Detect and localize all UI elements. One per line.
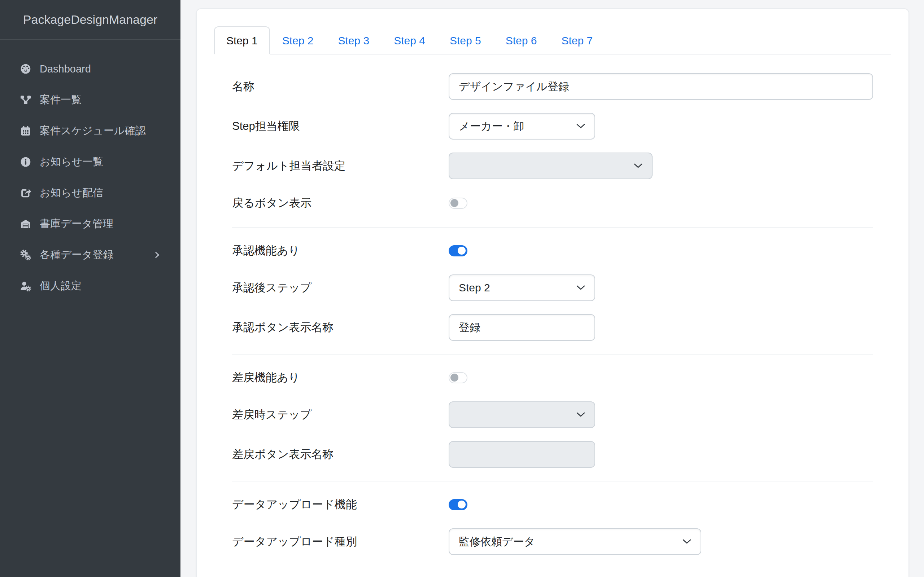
form-row-name: 名称 bbox=[232, 73, 873, 100]
sidebar-item-label: 各種データ登録 bbox=[40, 248, 113, 262]
chevron-right-icon bbox=[152, 250, 162, 259]
sidebar-item-label: 案件一覧 bbox=[40, 93, 82, 107]
default-assignee-label: デフォルト担当者設定 bbox=[232, 158, 449, 174]
default-assignee-select[interactable] bbox=[449, 153, 653, 179]
sidebar-item-dashboard[interactable]: Dashboard bbox=[0, 53, 181, 84]
step-tabs: Step 1 Step 2 Step 3 Step 4 Step 5 Step … bbox=[214, 26, 891, 55]
step-settings-card: Step 1 Step 2 Step 3 Step 4 Step 5 Step … bbox=[196, 8, 909, 577]
approval-next-step-value: Step 2 bbox=[459, 282, 490, 294]
chevron-down-icon bbox=[633, 163, 643, 169]
back-button-toggle[interactable] bbox=[449, 198, 467, 209]
tab-step-1[interactable]: Step 1 bbox=[214, 26, 270, 55]
form-row-remand-step: 差戻時ステップ bbox=[232, 401, 873, 428]
sidebar-item-label: 個人設定 bbox=[40, 279, 82, 293]
info-circle-icon bbox=[19, 156, 32, 168]
upload-type-select[interactable]: 監修依頼データ bbox=[449, 528, 701, 555]
form-row-approval-next-step: 承認後ステップ Step 2 bbox=[232, 274, 873, 301]
sidebar-item-label: お知らせ一覧 bbox=[40, 155, 103, 169]
step-role-label: Step担当権限 bbox=[232, 119, 449, 134]
remand-step-select[interactable] bbox=[449, 401, 595, 428]
form-row-remand-enabled: 差戻機能あり bbox=[232, 367, 873, 388]
upload-toggle[interactable] bbox=[449, 499, 467, 510]
app-brand: PackageDesignManager bbox=[0, 0, 181, 40]
tab-step-4[interactable]: Step 4 bbox=[381, 26, 438, 55]
user-cog-icon bbox=[19, 280, 32, 292]
sidebar-item-label: Dashboard bbox=[40, 63, 91, 75]
sidebar-item-notice-list[interactable]: お知らせ一覧 bbox=[0, 147, 181, 177]
toggle-knob bbox=[451, 374, 459, 382]
remand-button-label-input[interactable] bbox=[449, 441, 595, 468]
form-row-upload-enabled: データアップロード機能 bbox=[232, 494, 873, 515]
form-row-default-assignee: デフォルト担当者設定 bbox=[232, 153, 873, 179]
chevron-down-icon bbox=[576, 285, 586, 291]
tab-panel-step-1: 名称 Step担当権限 メーカー・卸 デフォルト担当者設定 bbox=[214, 55, 891, 555]
sidebar-item-label: 書庫データ管理 bbox=[40, 217, 113, 231]
chevron-down-icon bbox=[576, 123, 586, 129]
approval-button-label-input[interactable] bbox=[449, 314, 595, 341]
name-label: 名称 bbox=[232, 79, 449, 94]
share-square-icon bbox=[19, 187, 32, 199]
upload-enabled-label: データアップロード機能 bbox=[232, 497, 449, 512]
tab-step-5[interactable]: Step 5 bbox=[438, 26, 493, 55]
calendar-icon bbox=[19, 125, 32, 137]
warehouse-icon bbox=[19, 218, 32, 230]
section-divider bbox=[232, 354, 873, 355]
chevron-down-icon bbox=[682, 538, 692, 545]
sidebar-item-project-list[interactable]: 案件一覧 bbox=[0, 84, 181, 115]
remand-toggle[interactable] bbox=[449, 372, 467, 384]
remand-step-label: 差戻時ステップ bbox=[232, 407, 449, 422]
project-diagram-icon bbox=[19, 94, 32, 106]
main-content: Step 1 Step 2 Step 3 Step 4 Step 5 Step … bbox=[181, 0, 924, 577]
upload-type-label: データアップロード種別 bbox=[232, 534, 449, 549]
approval-next-step-label: 承認後ステップ bbox=[232, 280, 449, 295]
tab-step-6[interactable]: Step 6 bbox=[493, 26, 549, 55]
sidebar-item-master-data[interactable]: 各種データ登録 bbox=[0, 239, 181, 271]
form-row-remand-button-label: 差戻ボタン表示名称 bbox=[232, 441, 873, 468]
section-divider bbox=[232, 227, 873, 227]
name-input[interactable] bbox=[449, 73, 873, 100]
remand-enabled-label: 差戻機能あり bbox=[232, 370, 449, 385]
chevron-down-icon bbox=[576, 411, 586, 418]
back-button-label: 戻るボタン表示 bbox=[232, 195, 449, 211]
section-divider bbox=[232, 481, 873, 482]
sidebar-item-archive-data[interactable]: 書庫データ管理 bbox=[0, 208, 181, 239]
sidebar-menu: Dashboard 案件一覧 bbox=[0, 40, 181, 301]
remand-button-label-label: 差戻ボタン表示名称 bbox=[232, 447, 449, 462]
upload-type-value: 監修依頼データ bbox=[459, 534, 535, 549]
sidebar: PackageDesignManager Dashboard bbox=[0, 0, 181, 577]
approval-button-label-label: 承認ボタン表示名称 bbox=[232, 320, 449, 335]
approval-enabled-label: 承認機能あり bbox=[232, 243, 449, 258]
sidebar-item-personal-settings[interactable]: 個人設定 bbox=[0, 271, 181, 301]
approval-toggle[interactable] bbox=[449, 245, 467, 256]
cogs-icon bbox=[19, 249, 32, 261]
step-role-select[interactable]: メーカー・卸 bbox=[449, 113, 595, 140]
gauge-icon bbox=[19, 63, 32, 75]
step-role-value: メーカー・卸 bbox=[459, 119, 524, 134]
form-row-upload-type: データアップロード種別 監修依頼データ bbox=[232, 528, 873, 555]
approval-next-step-select[interactable]: Step 2 bbox=[449, 274, 595, 301]
tab-step-2[interactable]: Step 2 bbox=[270, 26, 326, 55]
tab-step-3[interactable]: Step 3 bbox=[326, 26, 381, 55]
toggle-knob bbox=[451, 199, 459, 207]
tab-step-7[interactable]: Step 7 bbox=[549, 26, 605, 55]
form-row-approval-button-label: 承認ボタン表示名称 bbox=[232, 314, 873, 341]
toggle-knob bbox=[458, 501, 465, 508]
sidebar-item-label: お知らせ配信 bbox=[40, 186, 103, 200]
form-row-approval-enabled: 承認機能あり bbox=[232, 240, 873, 261]
form-row-step-role: Step担当権限 メーカー・卸 bbox=[232, 113, 873, 140]
form-row-back-button: 戻るボタン表示 bbox=[232, 192, 873, 214]
sidebar-item-schedule[interactable]: 案件スケジュール確認 bbox=[0, 115, 181, 147]
sidebar-item-label: 案件スケジュール確認 bbox=[40, 124, 145, 138]
sidebar-item-notice-send[interactable]: お知らせ配信 bbox=[0, 177, 181, 208]
toggle-knob bbox=[458, 247, 465, 255]
